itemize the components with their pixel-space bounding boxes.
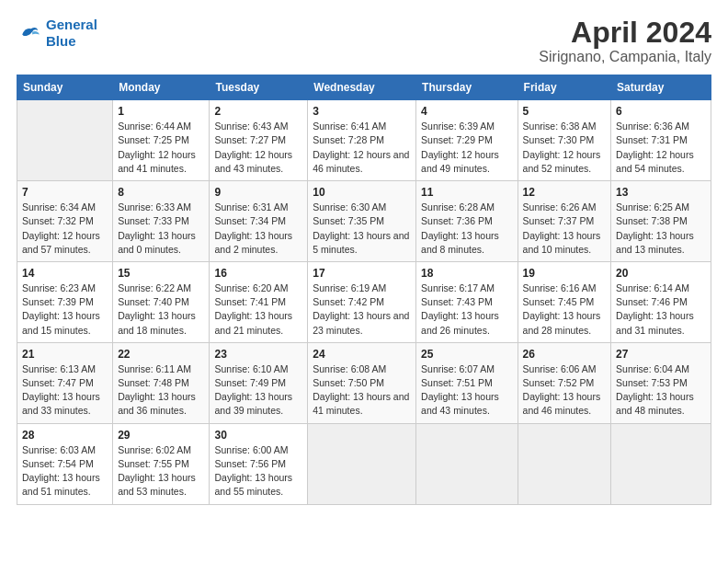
day-number: 25 [421,348,512,361]
cell-sun-info: Sunrise: 6:44 AMSunset: 7:25 PMDaylight:… [118,120,204,176]
day-number: 9 [214,186,302,199]
day-number: 28 [22,429,108,442]
calendar-cell: 19Sunrise: 6:16 AMSunset: 7:45 PMDayligh… [518,261,611,342]
cell-sun-info: Sunrise: 6:33 AMSunset: 7:33 PMDaylight:… [118,201,204,257]
calendar-week-row: 21Sunrise: 6:13 AMSunset: 7:47 PMDayligh… [17,342,711,423]
calendar-cell [416,423,518,504]
calendar-cell: 30Sunrise: 6:00 AMSunset: 7:56 PMDayligh… [210,423,308,504]
calendar-cell: 6Sunrise: 6:36 AMSunset: 7:31 PMDaylight… [611,100,711,181]
logo-icon [17,20,42,46]
day-number: 10 [313,186,411,199]
cell-sun-info: Sunrise: 6:41 AMSunset: 7:28 PMDaylight:… [313,120,411,176]
cell-sun-info: Sunrise: 6:19 AMSunset: 7:42 PMDaylight:… [313,282,411,338]
calendar-cell: 11Sunrise: 6:28 AMSunset: 7:36 PMDayligh… [416,181,518,262]
calendar-cell: 3Sunrise: 6:41 AMSunset: 7:28 PMDaylight… [308,100,416,181]
day-number: 2 [214,105,302,118]
cell-sun-info: Sunrise: 6:34 AMSunset: 7:32 PMDaylight:… [22,201,108,257]
cell-sun-info: Sunrise: 6:22 AMSunset: 7:40 PMDaylight:… [118,282,204,338]
calendar-cell: 26Sunrise: 6:06 AMSunset: 7:52 PMDayligh… [518,342,611,423]
cell-sun-info: Sunrise: 6:00 AMSunset: 7:56 PMDaylight:… [214,443,302,500]
day-number: 19 [523,267,607,280]
day-number: 21 [22,348,108,361]
calendar-cell: 17Sunrise: 6:19 AMSunset: 7:42 PMDayligh… [308,261,416,342]
cell-sun-info: Sunrise: 6:02 AMSunset: 7:55 PMDaylight:… [118,443,204,500]
cell-sun-info: Sunrise: 6:36 AMSunset: 7:31 PMDaylight:… [616,120,706,176]
cell-sun-info: Sunrise: 6:10 AMSunset: 7:49 PMDaylight:… [214,362,302,419]
calendar-week-row: 7Sunrise: 6:34 AMSunset: 7:32 PMDaylight… [17,181,711,262]
day-number: 6 [616,105,706,118]
calendar-week-row: 28Sunrise: 6:03 AMSunset: 7:54 PMDayligh… [17,423,711,504]
day-number: 30 [214,429,302,442]
cell-sun-info: Sunrise: 6:43 AMSunset: 7:27 PMDaylight:… [214,120,302,176]
title-block: April 2024 Sirignano, Campania, Italy [539,17,711,65]
cell-sun-info: Sunrise: 6:14 AMSunset: 7:46 PMDaylight:… [616,282,706,338]
calendar-cell: 28Sunrise: 6:03 AMSunset: 7:54 PMDayligh… [17,423,113,504]
cell-sun-info: Sunrise: 6:20 AMSunset: 7:41 PMDaylight:… [214,282,302,338]
calendar-cell: 10Sunrise: 6:30 AMSunset: 7:35 PMDayligh… [308,181,416,262]
page-subtitle: Sirignano, Campania, Italy [539,49,711,65]
day-number: 13 [616,186,706,199]
calendar-cell: 7Sunrise: 6:34 AMSunset: 7:32 PMDaylight… [17,181,113,262]
cell-sun-info: Sunrise: 6:23 AMSunset: 7:39 PMDaylight:… [22,282,108,338]
day-number: 15 [118,267,204,280]
calendar-cell: 2Sunrise: 6:43 AMSunset: 7:27 PMDaylight… [210,100,308,181]
calendar-cell: 4Sunrise: 6:39 AMSunset: 7:29 PMDaylight… [416,100,518,181]
cell-sun-info: Sunrise: 6:13 AMSunset: 7:47 PMDaylight:… [22,362,108,419]
day-number: 27 [616,348,706,361]
day-number: 14 [22,267,108,280]
calendar-cell [17,100,113,181]
calendar-week-row: 1Sunrise: 6:44 AMSunset: 7:25 PMDaylight… [17,100,711,181]
calendar-cell: 20Sunrise: 6:14 AMSunset: 7:46 PMDayligh… [611,261,711,342]
calendar-cell: 15Sunrise: 6:22 AMSunset: 7:40 PMDayligh… [113,261,210,342]
cell-sun-info: Sunrise: 6:04 AMSunset: 7:53 PMDaylight:… [616,362,706,419]
calendar-cell: 16Sunrise: 6:20 AMSunset: 7:41 PMDayligh… [210,261,308,342]
calendar-table: SundayMondayTuesdayWednesdayThursdayFrid… [17,75,711,504]
day-number: 16 [214,267,302,280]
day-number: 20 [616,267,706,280]
cell-sun-info: Sunrise: 6:39 AMSunset: 7:29 PMDaylight:… [421,120,512,176]
calendar-cell [308,423,416,504]
cell-sun-info: Sunrise: 6:08 AMSunset: 7:50 PMDaylight:… [313,362,411,419]
column-header-thursday: Thursday [416,75,518,100]
cell-sun-info: Sunrise: 6:38 AMSunset: 7:30 PMDaylight:… [523,120,607,176]
calendar-cell: 29Sunrise: 6:02 AMSunset: 7:55 PMDayligh… [113,423,210,504]
cell-sun-info: Sunrise: 6:07 AMSunset: 7:51 PMDaylight:… [421,362,512,419]
day-number: 7 [22,186,108,199]
cell-sun-info: Sunrise: 6:30 AMSunset: 7:35 PMDaylight:… [313,201,411,257]
day-number: 23 [214,348,302,361]
column-header-saturday: Saturday [611,75,711,100]
day-number: 4 [421,105,512,118]
calendar-week-row: 14Sunrise: 6:23 AMSunset: 7:39 PMDayligh… [17,261,711,342]
logo-text: General Blue [46,17,97,50]
calendar-cell: 25Sunrise: 6:07 AMSunset: 7:51 PMDayligh… [416,342,518,423]
cell-sun-info: Sunrise: 6:06 AMSunset: 7:52 PMDaylight:… [523,362,607,419]
column-header-wednesday: Wednesday [308,75,416,100]
cell-sun-info: Sunrise: 6:03 AMSunset: 7:54 PMDaylight:… [22,443,108,500]
calendar-cell: 18Sunrise: 6:17 AMSunset: 7:43 PMDayligh… [416,261,518,342]
calendar-cell: 12Sunrise: 6:26 AMSunset: 7:37 PMDayligh… [518,181,611,262]
page-header: General Blue April 2024 Sirignano, Campa… [17,17,711,65]
day-number: 11 [421,186,512,199]
calendar-cell: 13Sunrise: 6:25 AMSunset: 7:38 PMDayligh… [611,181,711,262]
day-number: 3 [313,105,411,118]
calendar-cell: 23Sunrise: 6:10 AMSunset: 7:49 PMDayligh… [210,342,308,423]
day-number: 18 [421,267,512,280]
page-title: April 2024 [539,17,711,49]
calendar-cell [518,423,611,504]
day-number: 22 [118,348,204,361]
calendar-cell: 27Sunrise: 6:04 AMSunset: 7:53 PMDayligh… [611,342,711,423]
column-headers: SundayMondayTuesdayWednesdayThursdayFrid… [17,75,711,100]
calendar-cell: 24Sunrise: 6:08 AMSunset: 7:50 PMDayligh… [308,342,416,423]
calendar-cell: 21Sunrise: 6:13 AMSunset: 7:47 PMDayligh… [17,342,113,423]
day-number: 5 [523,105,607,118]
logo: General Blue [17,17,97,50]
column-header-friday: Friday [518,75,611,100]
cell-sun-info: Sunrise: 6:11 AMSunset: 7:48 PMDaylight:… [118,362,204,419]
cell-sun-info: Sunrise: 6:17 AMSunset: 7:43 PMDaylight:… [421,282,512,338]
day-number: 17 [313,267,411,280]
column-header-sunday: Sunday [17,75,113,100]
day-number: 12 [523,186,607,199]
day-number: 26 [523,348,607,361]
cell-sun-info: Sunrise: 6:26 AMSunset: 7:37 PMDaylight:… [523,201,607,257]
cell-sun-info: Sunrise: 6:16 AMSunset: 7:45 PMDaylight:… [523,282,607,338]
